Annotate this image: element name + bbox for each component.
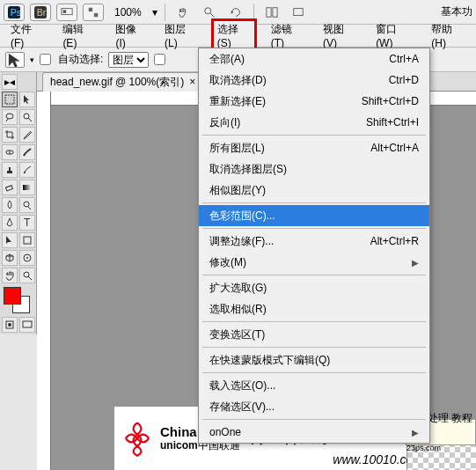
chevron-down-icon[interactable]: ▾ <box>30 55 34 64</box>
menu-item[interactable]: 修改(M)▶ <box>199 252 429 273</box>
menu-help[interactable]: 帮助(H) <box>426 19 471 52</box>
svg-line-9 <box>210 12 214 16</box>
move-tool-indicator-icon[interactable] <box>5 52 25 68</box>
menu-shortcut: Ctrl+D <box>389 74 419 86</box>
menu-separator <box>202 419 426 420</box>
menu-item[interactable]: 取消选择图层(S) <box>199 158 429 180</box>
menu-edit[interactable]: 编辑(E) <box>57 19 101 52</box>
gradient-tool[interactable] <box>19 180 35 195</box>
menu-separator <box>202 202 426 203</box>
svg-marker-16 <box>24 95 29 104</box>
menu-file[interactable]: 文件(F) <box>5 19 48 52</box>
submenu-arrow-icon: ▶ <box>412 258 419 268</box>
menu-item[interactable]: 取消选择(D)Ctrl+D <box>199 70 429 91</box>
zoom-chevron-icon[interactable]: ▾ <box>152 6 157 18</box>
eyedropper-tool[interactable] <box>19 127 35 143</box>
toolbox-handle[interactable]: ▸◂ <box>2 74 18 90</box>
move-tool[interactable] <box>19 92 35 107</box>
type-tool[interactable]: T <box>19 215 35 231</box>
ruler-vertical[interactable] <box>37 92 51 470</box>
screen-mode-icon[interactable] <box>56 4 77 21</box>
3d-tool[interactable] <box>2 250 18 266</box>
bridge-icon[interactable]: Br <box>30 4 51 21</box>
close-icon[interactable]: × <box>189 76 195 88</box>
svg-point-34 <box>26 257 28 259</box>
hand-tool[interactable] <box>2 268 18 283</box>
svg-rect-6 <box>89 7 92 11</box>
menu-item-label: 取消选择图层(S) <box>209 162 287 177</box>
menu-shortcut: Alt+Ctrl+A <box>370 142 419 154</box>
china-knot-icon <box>118 419 157 458</box>
menu-item[interactable]: 在快速蒙版模式下编辑(Q) <box>199 349 429 371</box>
blur-tool[interactable] <box>2 197 18 213</box>
menu-item[interactable]: 所有图层(L)Alt+Ctrl+A <box>199 137 429 158</box>
pen-tool[interactable] <box>2 215 18 231</box>
shape-tool[interactable] <box>19 232 35 248</box>
hand-tool-icon[interactable] <box>172 4 194 21</box>
menu-item[interactable]: 扩大选取(G) <box>199 277 429 298</box>
marquee-tool[interactable] <box>2 92 18 107</box>
screen-modes-icon[interactable] <box>288 4 309 21</box>
3d-camera-tool[interactable] <box>19 250 35 266</box>
menu-layer[interactable]: 图层(L) <box>159 19 202 52</box>
menu-item[interactable]: 相似图层(Y) <box>199 180 429 201</box>
path-select-tool[interactable] <box>2 232 18 248</box>
svg-point-8 <box>204 7 210 13</box>
crop-tool[interactable] <box>2 127 18 143</box>
svg-rect-22 <box>7 171 12 173</box>
zoom-level[interactable]: 100% <box>114 6 142 18</box>
ps-icon[interactable]: Ps <box>4 4 25 21</box>
menu-item[interactable]: 存储选区(V)... <box>199 396 429 417</box>
menu-item[interactable]: 色彩范围(C)... <box>199 205 429 226</box>
toolbox: ▸◂ T <box>0 72 37 334</box>
menu-item-label: 在快速蒙版模式下编辑(Q) <box>209 353 330 368</box>
view-extras-icon[interactable] <box>83 4 104 21</box>
foreground-swatch[interactable] <box>4 287 21 305</box>
svg-text:Br: Br <box>37 6 47 17</box>
menu-shortcut: Shift+Ctrl+I <box>366 116 419 129</box>
history-brush-tool[interactable] <box>19 162 35 178</box>
eraser-tool[interactable] <box>2 180 18 195</box>
screenmode-toggle[interactable] <box>19 317 35 333</box>
menu-item-label: 相似图层(Y) <box>209 183 266 198</box>
menu-item[interactable]: 选取相似(R) <box>199 298 429 319</box>
zoom-tool[interactable] <box>19 268 35 283</box>
quickselect-tool[interactable] <box>19 109 35 125</box>
menu-item-label: 调整边缘(F)... <box>209 234 274 249</box>
stamp-tool[interactable] <box>2 162 18 178</box>
menu-item-label: 反向(I) <box>209 115 240 130</box>
svg-marker-31 <box>6 236 11 244</box>
menu-image[interactable]: 图像(I) <box>110 19 150 52</box>
svg-rect-12 <box>273 7 277 17</box>
menu-separator <box>202 135 426 136</box>
autoselect-target-select[interactable]: 图层 <box>108 52 149 68</box>
menu-item[interactable]: onOne▶ <box>199 422 429 443</box>
svg-text:Ps: Ps <box>11 6 20 17</box>
lasso-tool[interactable] <box>2 109 18 125</box>
autoselect-label: 自动选择: <box>58 52 103 67</box>
menu-item[interactable]: 载入选区(O)... <box>199 375 429 396</box>
separator <box>165 4 165 21</box>
dodge-tool[interactable] <box>19 197 35 213</box>
menu-item[interactable]: 全部(A)Ctrl+A <box>199 48 429 70</box>
healing-tool[interactable] <box>2 144 18 160</box>
menu-item[interactable]: 调整边缘(F)...Alt+Ctrl+R <box>199 231 429 252</box>
document-tab[interactable]: head_new.gif @ 100%(索引) × <box>42 72 203 92</box>
menu-item-label: 存储选区(V)... <box>209 400 275 415</box>
svg-line-19 <box>28 118 32 121</box>
color-swatches[interactable] <box>2 285 18 315</box>
select-menu-dropdown: 全部(A)Ctrl+A取消选择(D)Ctrl+D重新选择(E)Shift+Ctr… <box>198 48 430 444</box>
brush-tool[interactable] <box>19 144 35 160</box>
svg-rect-13 <box>293 8 303 15</box>
autoselect-checkbox[interactable] <box>40 54 51 65</box>
menu-item[interactable]: 反向(I)Shift+Ctrl+I <box>199 112 429 133</box>
menu-item[interactable]: 重新选择(E)Shift+Ctrl+D <box>199 91 429 112</box>
show-transform-checkbox[interactable] <box>154 54 165 65</box>
menu-separator <box>202 275 426 275</box>
svg-rect-25 <box>5 186 12 191</box>
arrange-docs-icon[interactable] <box>261 4 282 21</box>
workspace-label[interactable]: 基本功 <box>441 4 472 19</box>
menu-item[interactable]: 变换选区(T) <box>199 324 429 345</box>
quickmask-toggle[interactable] <box>2 317 18 333</box>
menubar: 文件(F) 编辑(E) 图像(I) 图层(L) 选择(S) 滤镜(T) 视图(V… <box>0 25 476 48</box>
